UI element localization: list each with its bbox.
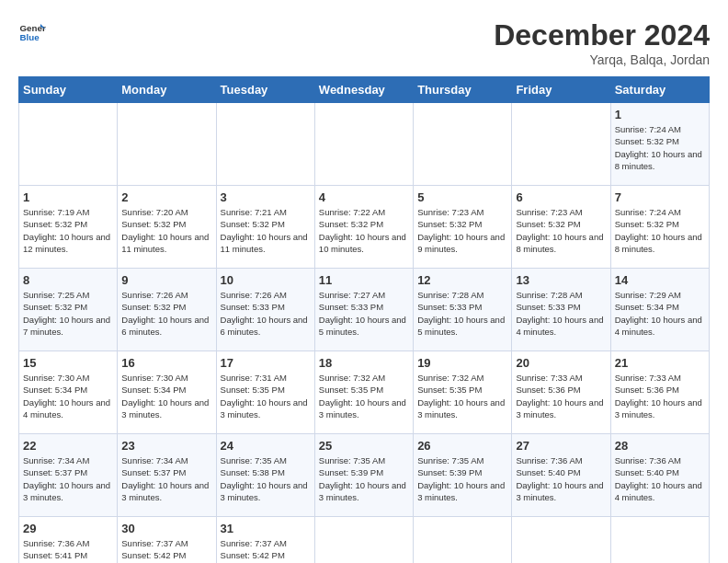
table-row: 26 Sunrise: 7:35 AMSunset: 5:39 PMDaylig…	[414, 434, 512, 517]
cell-info: Sunrise: 7:36 AMSunset: 5:40 PMDaylight:…	[516, 455, 603, 502]
table-row: 21 Sunrise: 7:33 AMSunset: 5:36 PMDaylig…	[610, 351, 709, 434]
day-number: 7	[615, 190, 705, 204]
cell-info: Sunrise: 7:32 AMSunset: 5:35 PMDaylight:…	[319, 373, 406, 419]
table-row: 8 Sunrise: 7:25 AMSunset: 5:32 PMDayligh…	[19, 269, 118, 351]
day-number: 28	[615, 439, 705, 453]
table-row: 22 Sunrise: 7:34 AMSunset: 5:37 PMDaylig…	[19, 434, 118, 517]
table-row: 17 Sunrise: 7:31 AMSunset: 5:35 PMDaylig…	[216, 351, 314, 434]
table-row	[314, 517, 413, 564]
cell-info: Sunrise: 7:29 AMSunset: 5:34 PMDaylight:…	[615, 290, 702, 337]
day-number: 11	[319, 273, 409, 287]
cell-info: Sunrise: 7:19 AMSunset: 5:32 PMDaylight:…	[23, 207, 110, 254]
cell-info: Sunrise: 7:26 AMSunset: 5:33 PMDaylight:…	[221, 290, 308, 337]
cell-info: Sunrise: 7:26 AMSunset: 5:32 PMDaylight:…	[121, 290, 209, 337]
table-row: 13 Sunrise: 7:28 AMSunset: 5:33 PMDaylig…	[512, 269, 610, 351]
table-row: 9 Sunrise: 7:26 AMSunset: 5:32 PMDayligh…	[118, 269, 216, 351]
day-number: 19	[417, 356, 507, 370]
table-row: 4 Sunrise: 7:22 AMSunset: 5:32 PMDayligh…	[314, 186, 413, 269]
cell-info: Sunrise: 7:36 AMSunset: 5:41 PMDaylight:…	[23, 538, 110, 563]
table-row: 19 Sunrise: 7:32 AMSunset: 5:35 PMDaylig…	[414, 351, 512, 434]
calendar-table: Sunday Monday Tuesday Wednesday Thursday…	[18, 76, 710, 563]
table-row: 25 Sunrise: 7:35 AMSunset: 5:39 PMDaylig…	[314, 434, 413, 517]
table-row: 11 Sunrise: 7:27 AMSunset: 5:33 PMDaylig…	[314, 269, 413, 351]
day-number: 17	[221, 356, 311, 370]
day-number: 6	[516, 190, 606, 204]
cell-info: Sunrise: 7:37 AMSunset: 5:42 PMDaylight:…	[121, 538, 209, 563]
day-number: 16	[121, 356, 211, 370]
cell-info: Sunrise: 7:32 AMSunset: 5:35 PMDaylight:…	[417, 373, 505, 419]
table-row	[216, 103, 314, 186]
table-row	[118, 103, 216, 186]
day-number: 2	[121, 190, 211, 204]
table-row: 20 Sunrise: 7:33 AMSunset: 5:36 PMDaylig…	[512, 351, 610, 434]
calendar-row: 15 Sunrise: 7:30 AMSunset: 5:34 PMDaylig…	[19, 351, 710, 434]
col-sunday: Sunday	[19, 77, 118, 103]
svg-text:General: General	[20, 23, 47, 33]
table-row: 31 Sunrise: 7:37 AMSunset: 5:42 PMDaylig…	[216, 517, 314, 564]
table-row: 30 Sunrise: 7:37 AMSunset: 5:42 PMDaylig…	[118, 517, 216, 564]
day-number: 23	[121, 439, 211, 453]
day-number: 29	[23, 522, 113, 535]
day-number: 27	[516, 439, 606, 453]
cell-info: Sunrise: 7:31 AMSunset: 5:35 PMDaylight:…	[221, 373, 308, 419]
table-row: 18 Sunrise: 7:32 AMSunset: 5:35 PMDaylig…	[314, 351, 413, 434]
day-number: 1	[23, 190, 113, 204]
cell-info: Sunrise: 7:35 AMSunset: 5:39 PMDaylight:…	[417, 455, 505, 502]
cell-info: Sunrise: 7:34 AMSunset: 5:37 PMDaylight:…	[121, 455, 209, 502]
cell-info: Sunrise: 7:30 AMSunset: 5:34 PMDaylight:…	[121, 373, 209, 419]
day-number: 4	[319, 190, 409, 204]
cell-info: Sunrise: 7:20 AMSunset: 5:32 PMDaylight:…	[121, 207, 209, 254]
col-wednesday: Wednesday	[314, 77, 413, 103]
day-number: 10	[221, 273, 311, 287]
col-thursday: Thursday	[414, 77, 512, 103]
cell-info: Sunrise: 7:24 AMSunset: 5:32 PMDaylight:…	[615, 207, 702, 254]
cell-info: Sunrise: 7:21 AMSunset: 5:32 PMDaylight:…	[221, 207, 308, 254]
cell-info: Sunrise: 7:23 AMSunset: 5:32 PMDaylight:…	[516, 207, 603, 254]
table-row	[610, 517, 709, 564]
calendar-row: 22 Sunrise: 7:34 AMSunset: 5:37 PMDaylig…	[19, 434, 710, 517]
table-row: 28 Sunrise: 7:36 AMSunset: 5:40 PMDaylig…	[610, 434, 709, 517]
day-number: 25	[319, 439, 409, 453]
day-number: 14	[615, 273, 705, 287]
cell-info: Sunrise: 7:30 AMSunset: 5:34 PMDaylight:…	[23, 373, 110, 419]
table-row: 6 Sunrise: 7:23 AMSunset: 5:32 PMDayligh…	[512, 186, 610, 269]
cell-info: Sunrise: 7:23 AMSunset: 5:32 PMDaylight:…	[417, 207, 505, 254]
cell-info: Sunrise: 7:35 AMSunset: 5:39 PMDaylight:…	[319, 455, 406, 502]
cell-info: Sunrise: 7:24 AMSunset: 5:32 PMDaylight:…	[615, 124, 702, 171]
table-row: 29 Sunrise: 7:36 AMSunset: 5:41 PMDaylig…	[19, 517, 118, 564]
table-row: 16 Sunrise: 7:30 AMSunset: 5:34 PMDaylig…	[118, 351, 216, 434]
day-number: 18	[319, 356, 409, 370]
cell-info: Sunrise: 7:36 AMSunset: 5:40 PMDaylight:…	[615, 455, 702, 502]
logo-icon: General Blue	[18, 18, 46, 46]
cell-info: Sunrise: 7:33 AMSunset: 5:36 PMDaylight:…	[516, 373, 603, 419]
table-row: 1 Sunrise: 7:19 AMSunset: 5:32 PMDayligh…	[19, 186, 118, 269]
table-row: 23 Sunrise: 7:34 AMSunset: 5:37 PMDaylig…	[118, 434, 216, 517]
table-row: 5 Sunrise: 7:23 AMSunset: 5:32 PMDayligh…	[414, 186, 512, 269]
table-row: 3 Sunrise: 7:21 AMSunset: 5:32 PMDayligh…	[216, 186, 314, 269]
col-saturday: Saturday	[610, 77, 709, 103]
table-row: 2 Sunrise: 7:20 AMSunset: 5:32 PMDayligh…	[118, 186, 216, 269]
table-row: 12 Sunrise: 7:28 AMSunset: 5:33 PMDaylig…	[414, 269, 512, 351]
cell-info: Sunrise: 7:25 AMSunset: 5:32 PMDaylight:…	[23, 290, 110, 337]
day-number: 9	[121, 273, 211, 287]
table-row: 15 Sunrise: 7:30 AMSunset: 5:34 PMDaylig…	[19, 351, 118, 434]
day-number: 3	[221, 190, 311, 204]
day-number: 8	[23, 273, 113, 287]
table-row	[414, 103, 512, 186]
table-row	[512, 103, 610, 186]
svg-text:Blue: Blue	[20, 32, 40, 42]
month-title: December 2024	[494, 18, 710, 52]
day-number: 13	[516, 273, 606, 287]
table-row: 14 Sunrise: 7:29 AMSunset: 5:34 PMDaylig…	[610, 269, 709, 351]
table-row: 10 Sunrise: 7:26 AMSunset: 5:33 PMDaylig…	[216, 269, 314, 351]
day-number: 30	[121, 522, 211, 535]
cell-info: Sunrise: 7:27 AMSunset: 5:33 PMDaylight:…	[319, 290, 406, 337]
title-area: December 2024 Yarqa, Balqa, Jordan	[494, 18, 710, 67]
day-number: 26	[417, 439, 507, 453]
logo: General Blue	[18, 18, 46, 46]
col-monday: Monday	[118, 77, 216, 103]
cell-info: Sunrise: 7:22 AMSunset: 5:32 PMDaylight:…	[319, 207, 406, 254]
day-number: 22	[23, 439, 113, 453]
table-row: 24 Sunrise: 7:35 AMSunset: 5:38 PMDaylig…	[216, 434, 314, 517]
table-row	[414, 517, 512, 564]
